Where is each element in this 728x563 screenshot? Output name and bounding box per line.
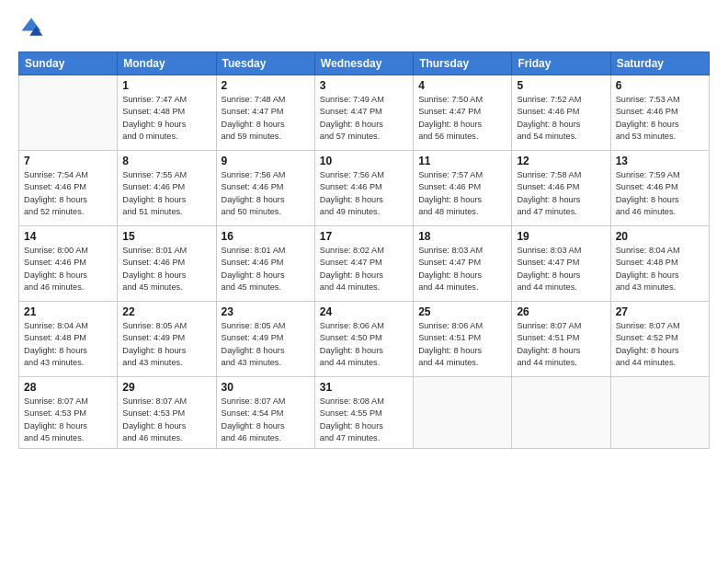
day-info: Sunrise: 8:07 AM Sunset: 4:53 PM Dayligh…: [122, 396, 210, 444]
day-number: 3: [320, 79, 408, 92]
day-number: 19: [517, 230, 605, 243]
day-info: Sunrise: 8:03 AM Sunset: 4:47 PM Dayligh…: [418, 245, 506, 293]
calendar-cell: 3Sunrise: 7:49 AM Sunset: 4:47 PM Daylig…: [314, 75, 413, 151]
calendar-week-row: 21Sunrise: 8:04 AM Sunset: 4:48 PM Dayli…: [19, 302, 710, 377]
calendar-cell: 27Sunrise: 8:07 AM Sunset: 4:52 PM Dayli…: [610, 302, 709, 377]
day-info: Sunrise: 8:05 AM Sunset: 4:49 PM Dayligh…: [222, 320, 310, 369]
day-info: Sunrise: 7:54 AM Sunset: 4:46 PM Dayligh…: [24, 169, 112, 218]
calendar-cell: [610, 377, 709, 449]
calendar-cell: 12Sunrise: 7:58 AM Sunset: 4:46 PM Dayli…: [512, 151, 610, 226]
day-number: 12: [517, 155, 605, 167]
calendar-cell: 2Sunrise: 7:48 AM Sunset: 4:47 PM Daylig…: [216, 75, 314, 151]
calendar-header-friday: Friday: [512, 52, 610, 75]
day-number: 26: [517, 305, 605, 318]
day-number: 25: [418, 305, 506, 318]
day-number: 21: [24, 305, 112, 318]
calendar-header-tuesday: Tuesday: [216, 52, 314, 75]
day-number: 11: [418, 155, 506, 167]
calendar-week-row: 14Sunrise: 8:00 AM Sunset: 4:46 PM Dayli…: [19, 226, 710, 302]
calendar-week-row: 7Sunrise: 7:54 AM Sunset: 4:46 PM Daylig…: [19, 151, 710, 226]
calendar-cell: 4Sunrise: 7:50 AM Sunset: 4:47 PM Daylig…: [414, 75, 512, 151]
day-number: 30: [222, 381, 310, 394]
day-number: 15: [122, 230, 210, 243]
header: [18, 15, 710, 40]
calendar-cell: 13Sunrise: 7:59 AM Sunset: 4:46 PM Dayli…: [610, 151, 709, 226]
page: SundayMondayTuesdayWednesdayThursdayFrid…: [0, 0, 728, 563]
day-number: 10: [320, 155, 408, 167]
calendar-header-thursday: Thursday: [414, 52, 512, 75]
day-info: Sunrise: 8:04 AM Sunset: 4:48 PM Dayligh…: [616, 245, 704, 293]
day-info: Sunrise: 7:59 AM Sunset: 4:46 PM Dayligh…: [616, 169, 704, 218]
day-number: 7: [24, 155, 112, 167]
calendar-week-row: 28Sunrise: 8:07 AM Sunset: 4:53 PM Dayli…: [19, 377, 710, 449]
logo-icon: [18, 15, 44, 40]
day-number: 27: [616, 305, 704, 318]
calendar-cell: [414, 377, 512, 449]
calendar-cell: 26Sunrise: 8:07 AM Sunset: 4:51 PM Dayli…: [512, 302, 610, 377]
day-info: Sunrise: 7:49 AM Sunset: 4:47 PM Dayligh…: [320, 94, 408, 143]
day-info: Sunrise: 7:56 AM Sunset: 4:46 PM Dayligh…: [222, 169, 310, 218]
day-number: 23: [222, 305, 310, 318]
calendar-cell: 18Sunrise: 8:03 AM Sunset: 4:47 PM Dayli…: [414, 226, 512, 302]
calendar-cell: 22Sunrise: 8:05 AM Sunset: 4:49 PM Dayli…: [118, 302, 216, 377]
calendar-cell: 9Sunrise: 7:56 AM Sunset: 4:46 PM Daylig…: [216, 151, 314, 226]
day-info: Sunrise: 7:57 AM Sunset: 4:46 PM Dayligh…: [418, 169, 506, 218]
calendar-week-row: 1Sunrise: 7:47 AM Sunset: 4:48 PM Daylig…: [19, 75, 710, 151]
calendar-cell: 21Sunrise: 8:04 AM Sunset: 4:48 PM Dayli…: [19, 302, 118, 377]
day-info: Sunrise: 8:00 AM Sunset: 4:46 PM Dayligh…: [24, 245, 112, 293]
day-info: Sunrise: 7:50 AM Sunset: 4:47 PM Dayligh…: [418, 94, 506, 143]
calendar-cell: 7Sunrise: 7:54 AM Sunset: 4:46 PM Daylig…: [19, 151, 118, 226]
calendar-cell: 19Sunrise: 8:03 AM Sunset: 4:47 PM Dayli…: [512, 226, 610, 302]
calendar-header-monday: Monday: [118, 52, 216, 75]
calendar-cell: [512, 377, 610, 449]
day-info: Sunrise: 8:05 AM Sunset: 4:49 PM Dayligh…: [122, 320, 210, 369]
day-info: Sunrise: 7:53 AM Sunset: 4:46 PM Dayligh…: [616, 94, 704, 143]
day-number: 2: [222, 79, 310, 92]
calendar-cell: 14Sunrise: 8:00 AM Sunset: 4:46 PM Dayli…: [19, 226, 118, 302]
calendar-cell: 17Sunrise: 8:02 AM Sunset: 4:47 PM Dayli…: [314, 226, 413, 302]
day-number: 17: [320, 230, 408, 243]
day-info: Sunrise: 7:47 AM Sunset: 4:48 PM Dayligh…: [122, 94, 210, 143]
calendar-cell: 24Sunrise: 8:06 AM Sunset: 4:50 PM Dayli…: [314, 302, 413, 377]
calendar-cell: 25Sunrise: 8:06 AM Sunset: 4:51 PM Dayli…: [414, 302, 512, 377]
day-info: Sunrise: 8:04 AM Sunset: 4:48 PM Dayligh…: [24, 320, 112, 369]
day-info: Sunrise: 7:55 AM Sunset: 4:46 PM Dayligh…: [122, 169, 210, 218]
calendar-cell: 15Sunrise: 8:01 AM Sunset: 4:46 PM Dayli…: [118, 226, 216, 302]
calendar-cell: 10Sunrise: 7:56 AM Sunset: 4:46 PM Dayli…: [314, 151, 413, 226]
calendar-cell: 11Sunrise: 7:57 AM Sunset: 4:46 PM Dayli…: [414, 151, 512, 226]
day-number: 5: [517, 79, 605, 92]
day-number: 29: [122, 381, 210, 394]
day-number: 22: [122, 305, 210, 318]
calendar-header-wednesday: Wednesday: [314, 52, 413, 75]
calendar-cell: 23Sunrise: 8:05 AM Sunset: 4:49 PM Dayli…: [216, 302, 314, 377]
calendar-cell: 20Sunrise: 8:04 AM Sunset: 4:48 PM Dayli…: [610, 226, 709, 302]
calendar-cell: 31Sunrise: 8:08 AM Sunset: 4:55 PM Dayli…: [314, 377, 413, 449]
day-info: Sunrise: 8:07 AM Sunset: 4:53 PM Dayligh…: [24, 396, 112, 444]
day-number: 9: [222, 155, 310, 167]
day-info: Sunrise: 8:07 AM Sunset: 4:54 PM Dayligh…: [222, 396, 310, 444]
day-info: Sunrise: 8:06 AM Sunset: 4:51 PM Dayligh…: [418, 320, 506, 369]
day-number: 18: [418, 230, 506, 243]
day-info: Sunrise: 7:48 AM Sunset: 4:47 PM Dayligh…: [222, 94, 310, 143]
calendar-header-sunday: Sunday: [19, 52, 118, 75]
calendar-cell: 29Sunrise: 8:07 AM Sunset: 4:53 PM Dayli…: [118, 377, 216, 449]
calendar-cell: 5Sunrise: 7:52 AM Sunset: 4:46 PM Daylig…: [512, 75, 610, 151]
day-info: Sunrise: 7:52 AM Sunset: 4:46 PM Dayligh…: [517, 94, 605, 143]
calendar-cell: [19, 75, 118, 151]
day-number: 24: [320, 305, 408, 318]
day-number: 31: [320, 381, 408, 394]
day-number: 6: [616, 79, 704, 92]
calendar-table: SundayMondayTuesdayWednesdayThursdayFrid…: [18, 52, 710, 449]
calendar-header-row: SundayMondayTuesdayWednesdayThursdayFrid…: [19, 52, 710, 75]
day-number: 28: [24, 381, 112, 394]
day-info: Sunrise: 8:02 AM Sunset: 4:47 PM Dayligh…: [320, 245, 408, 293]
day-info: Sunrise: 8:06 AM Sunset: 4:50 PM Dayligh…: [320, 320, 408, 369]
calendar-cell: 16Sunrise: 8:01 AM Sunset: 4:46 PM Dayli…: [216, 226, 314, 302]
day-info: Sunrise: 8:08 AM Sunset: 4:55 PM Dayligh…: [320, 396, 408, 444]
day-number: 14: [24, 230, 112, 243]
calendar-cell: 1Sunrise: 7:47 AM Sunset: 4:48 PM Daylig…: [118, 75, 216, 151]
day-info: Sunrise: 7:58 AM Sunset: 4:46 PM Dayligh…: [517, 169, 605, 218]
calendar-cell: 6Sunrise: 7:53 AM Sunset: 4:46 PM Daylig…: [610, 75, 709, 151]
day-number: 8: [122, 155, 210, 167]
day-number: 1: [122, 79, 210, 92]
